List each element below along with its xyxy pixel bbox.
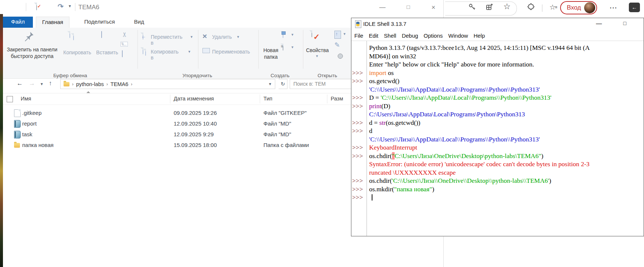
idle-menu-edit[interactable]: Edit bbox=[369, 32, 378, 39]
breadcrumb-python-labs[interactable]: python-labs bbox=[76, 81, 104, 87]
paste-shortcut-icon[interactable] bbox=[122, 50, 123, 57]
maximize-icon[interactable]: □ bbox=[404, 4, 413, 10]
shell-line-5: >>>os.getcwd() bbox=[351, 77, 644, 85]
tab-home[interactable]: Главная bbox=[36, 17, 69, 28]
copy-path-icon[interactable]: \\... bbox=[120, 42, 128, 47]
favorite-star-icon[interactable]: ☆ bbox=[502, 2, 512, 11]
pin-to-quick-access-button[interactable] bbox=[23, 31, 34, 45]
breadcrumb-tema6[interactable]: ТЕМА6 bbox=[110, 81, 128, 87]
code-segment: os.chdir( bbox=[369, 152, 392, 160]
code-segment: os.getcwd() bbox=[369, 77, 399, 85]
md-icon bbox=[14, 120, 21, 128]
folder-icon bbox=[64, 82, 69, 86]
idle-menu-file[interactable]: File bbox=[354, 32, 363, 39]
column-header-type[interactable]: Тип bbox=[263, 96, 272, 102]
minimize-icon[interactable]: — bbox=[593, 20, 604, 27]
code-segment: d = bbox=[369, 119, 379, 126]
code-segment: 'C:\\Users\\Лиза\\OneDrive\\Desktop\\pyt… bbox=[392, 177, 549, 184]
quick-access-caret-icon[interactable]: ▼ bbox=[68, 4, 72, 8]
tab-share[interactable]: Поделиться bbox=[78, 17, 121, 28]
idle-menu-window[interactable]: Window bbox=[448, 32, 468, 39]
file-row-.gitkeep[interactable]: .gitkeep09.09.2025 19:26Файл "GITKEEP" bbox=[3, 108, 350, 119]
tab-view[interactable]: Вид bbox=[128, 17, 150, 28]
redo-icon[interactable]: ↷ bbox=[58, 2, 64, 11]
minimize-icon[interactable]: — bbox=[378, 4, 387, 11]
titlebar-divider bbox=[26, 3, 26, 11]
code-segment: os.chdir( bbox=[369, 177, 392, 184]
column-header-size[interactable]: Разм bbox=[331, 96, 343, 102]
shell-prompt: >>> bbox=[351, 69, 367, 77]
collections-icon[interactable] bbox=[484, 3, 495, 13]
idle-titlebar[interactable]: IDLE Shell 3.13.7 — □ bbox=[351, 18, 644, 30]
sidebar-panel-icon[interactable]: ← bbox=[629, 3, 640, 12]
idle-shell-text[interactable]: Python 3.13.7 (tags/v3.13.7:bcee1c3, Aug… bbox=[351, 41, 644, 236]
column-header-date[interactable]: Дата изменения bbox=[174, 96, 214, 102]
group-label-clipboard: Буфер обмена bbox=[41, 73, 100, 78]
idle-menubar: FileEditShellDebugOptionsWindowHelp bbox=[354, 30, 485, 41]
file-type: Папка с файлами bbox=[263, 142, 309, 148]
shell-prompt bbox=[351, 52, 367, 61]
column-divider[interactable] bbox=[327, 95, 327, 103]
idle-menu-help[interactable]: Help bbox=[474, 32, 485, 39]
file-row-report[interactable]: report12.09.2025 10:40Файл "MD" bbox=[3, 119, 350, 129]
file-row-папка новая[interactable]: папка новая15.09.2025 18:00Папка с файла… bbox=[3, 140, 350, 151]
move-to-label: Переместить в bbox=[151, 34, 183, 46]
ribbon-group-divider bbox=[258, 30, 259, 69]
tab-file[interactable]: Файл bbox=[3, 17, 33, 28]
shell-prompt: >>> bbox=[351, 127, 367, 135]
crumb-separator: › bbox=[131, 82, 132, 87]
column-header-name[interactable]: Имя bbox=[21, 96, 31, 102]
address-bar[interactable]: › python-labs › ТЕМА6 › ▼ bbox=[60, 79, 275, 89]
key-icon[interactable] bbox=[467, 3, 477, 13]
shell-line-12: 'C:\\Users\\Лиза\\AppData\\Local\\Progra… bbox=[351, 135, 644, 144]
maximize-icon[interactable]: □ bbox=[619, 20, 630, 26]
up-icon[interactable]: ↑ bbox=[49, 80, 52, 87]
file-name: папка новая bbox=[22, 142, 54, 148]
select-all-checkbox[interactable] bbox=[7, 96, 13, 102]
back-icon[interactable]: ← bbox=[17, 80, 23, 87]
shell-prompt: >>> bbox=[351, 93, 367, 102]
shell-line-8: >>>print(D) bbox=[351, 102, 644, 110]
shell-line-6: 'C:\\Users\\Лиза\\AppData\\Local\\Progra… bbox=[351, 85, 644, 94]
shell-prompt bbox=[351, 85, 367, 94]
text-cursor bbox=[372, 194, 372, 201]
pin-button-label: Закрепить на панели быстрого доступа bbox=[0, 46, 65, 59]
code-segment: os.mkdir( bbox=[369, 185, 394, 193]
idle-menu-debug[interactable]: Debug bbox=[402, 32, 418, 39]
idle-menu-options[interactable]: Options bbox=[424, 32, 443, 39]
idle-menu-shell[interactable]: Shell bbox=[384, 32, 396, 39]
signin-label: Вход bbox=[567, 4, 581, 11]
close-icon[interactable]: × bbox=[429, 4, 438, 11]
file-type: Файл "GITKEEP" bbox=[263, 110, 307, 116]
forward-icon[interactable]: → bbox=[29, 80, 35, 87]
shell-prompt bbox=[351, 160, 367, 168]
new-folder-label-1: Новая bbox=[260, 47, 282, 54]
signin-button[interactable]: Вход bbox=[560, 1, 597, 14]
shell-prompt bbox=[351, 60, 367, 69]
code-segment: KeyboardInterrupt bbox=[369, 144, 417, 151]
address-dropdown-caret-icon[interactable]: ▼ bbox=[268, 82, 275, 86]
column-divider[interactable] bbox=[170, 95, 170, 103]
refresh-icon[interactable]: ↻ bbox=[279, 79, 287, 89]
code-segment: MD64)] on win32 bbox=[369, 52, 416, 60]
properties-button[interactable]: ✓ Свойства ▼ bbox=[3, 28, 4, 34]
shell-prompt: >>> bbox=[351, 102, 367, 110]
extensions-puzzle-icon[interactable] bbox=[526, 3, 536, 13]
history-caret-icon[interactable]: ▼ bbox=[40, 82, 44, 86]
file-date: 12.09.2025 10:40 bbox=[174, 120, 217, 127]
rename-icon bbox=[202, 48, 210, 53]
prompt-gutter-divider bbox=[367, 41, 367, 236]
file-row-task[interactable]: task12.09.2025 9:29Файл "MD" bbox=[3, 129, 350, 140]
code-segment: d bbox=[369, 127, 372, 134]
delete-label: Удалить bbox=[212, 34, 232, 40]
new-folder-label-2: папка bbox=[260, 54, 282, 60]
edit-pencil-icon[interactable]: ✎ bbox=[334, 41, 340, 49]
cut-scissors-icon[interactable]: ✂ bbox=[121, 32, 129, 37]
more-dots-icon[interactable]: ⋯ bbox=[608, 3, 619, 13]
shell-line-4: >>>import os bbox=[351, 69, 644, 77]
column-divider[interactable] bbox=[260, 95, 260, 103]
shell-line-15: SyntaxError: (unicode error) 'unicodeesc… bbox=[351, 160, 644, 168]
sort-caret-icon bbox=[86, 91, 90, 93]
shell-prompt: >>> bbox=[351, 119, 367, 127]
properties-quick-icon[interactable]: ✓ bbox=[36, 3, 37, 10]
